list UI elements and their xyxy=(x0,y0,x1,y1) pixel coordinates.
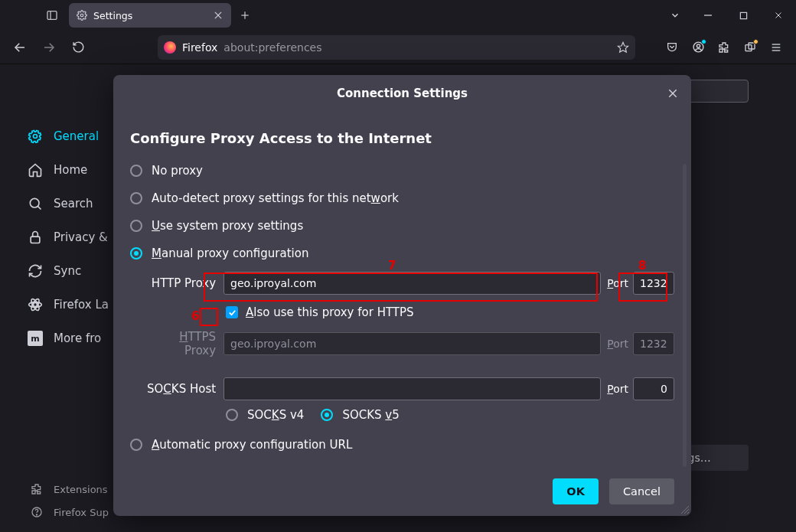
dialog-header: Connection Settings xyxy=(113,75,691,112)
svg-point-25 xyxy=(34,303,38,307)
socks-host-label: SOCKS Host xyxy=(145,382,223,396)
socks-host-input[interactable] xyxy=(223,377,601,400)
titlebar: Settings xyxy=(0,0,796,31)
addr-path: about:preferences xyxy=(223,41,321,54)
https-proxy-input xyxy=(223,332,601,355)
cancel-button[interactable]: Cancel xyxy=(609,478,674,504)
svg-rect-24 xyxy=(31,237,40,243)
https-proxy-row: HTTPS Proxy Port xyxy=(130,330,674,357)
radio-label: SOCKS v4 xyxy=(247,408,304,422)
http-proxy-label: HTTP Proxy xyxy=(145,276,223,290)
back-button[interactable] xyxy=(8,35,32,60)
radio-label: SOCKS v5 xyxy=(342,408,399,422)
radio-icon xyxy=(130,439,142,451)
firefox-icon xyxy=(164,41,176,54)
https-port-label: Port xyxy=(601,338,633,350)
sync-icon xyxy=(28,263,43,279)
dialog-title: Connection Settings xyxy=(337,86,468,100)
gear-icon xyxy=(28,129,43,144)
svg-point-22 xyxy=(30,198,39,207)
titlebar-left xyxy=(0,9,66,21)
radio-auto-config-url[interactable]: Automatic proxy configuration URL xyxy=(130,431,674,459)
http-port-label: Port xyxy=(601,277,633,289)
socks-port-input[interactable] xyxy=(633,377,674,400)
help-icon xyxy=(31,506,43,518)
ok-button[interactable]: OK xyxy=(553,478,599,504)
lock-icon xyxy=(28,230,43,245)
also-https-checkbox[interactable]: Also use this proxy for HTTPS xyxy=(130,299,674,325)
maximize-button[interactable] xyxy=(726,0,761,31)
http-port-input[interactable] xyxy=(633,272,674,295)
radio-no-proxy[interactable]: No proxy xyxy=(130,157,674,184)
socks-version-group: SOCKS v4 SOCKS v5 xyxy=(130,405,674,425)
recent-icon[interactable] xyxy=(46,9,58,21)
forward-button[interactable] xyxy=(37,35,61,60)
connection-settings-dialog: Connection Settings Configure Proxy Acce… xyxy=(113,75,691,516)
radio-socks-v4[interactable]: SOCKS v4 xyxy=(226,405,304,425)
labs-icon xyxy=(28,297,43,312)
radio-label: Auto-detect proxy settings for this netw… xyxy=(152,191,399,205)
sidebar-item-label: Extensions xyxy=(54,484,108,495)
sidebar-item-label: Firefox La xyxy=(54,298,109,312)
sidebar-link-extensions[interactable]: Extensions xyxy=(31,483,109,495)
new-tab-button[interactable] xyxy=(234,5,256,26)
radio-label: Manual proxy configuration xyxy=(152,246,308,260)
sidebar-link-support[interactable]: Firefox Sup xyxy=(31,506,109,518)
section-heading: Configure Proxy Access to the Internet xyxy=(130,130,674,146)
svg-point-30 xyxy=(36,514,37,515)
radio-label: Use system proxy settings xyxy=(152,219,303,233)
https-port-input xyxy=(633,332,674,355)
sidebar-bottom: Extensions Firefox Sup xyxy=(31,483,109,518)
sidebar-item-label: Search xyxy=(54,197,93,211)
window-controls xyxy=(690,0,796,31)
extensions-icon[interactable] xyxy=(712,35,736,60)
account-icon[interactable] xyxy=(686,35,710,60)
resize-grip-icon[interactable] xyxy=(679,504,690,514)
checkbox-label: Also use this proxy for HTTPS xyxy=(246,305,414,319)
pocket-icon[interactable] xyxy=(660,35,684,60)
scrollbar[interactable] xyxy=(683,164,687,467)
svg-point-2 xyxy=(80,14,83,17)
dialog-close-button[interactable] xyxy=(662,83,683,104)
notification-dot xyxy=(753,39,758,44)
moz-icon: m xyxy=(28,331,43,346)
sidebar-item-label: Sync xyxy=(54,264,81,278)
radio-icon xyxy=(226,409,238,421)
address-bar[interactable]: Firefox about:preferences xyxy=(158,35,635,60)
radio-icon xyxy=(321,409,333,421)
radio-auto-detect[interactable]: Auto-detect proxy settings for this netw… xyxy=(130,184,674,212)
sidebar-item-label: Privacy & xyxy=(54,230,108,244)
svg-rect-8 xyxy=(740,12,746,18)
sidebar-item-label: General xyxy=(54,129,99,143)
menu-button[interactable] xyxy=(764,35,788,60)
radio-system-proxy[interactable]: Use system proxy settings xyxy=(130,212,674,240)
close-icon[interactable] xyxy=(213,10,223,21)
dialog-body: Configure Proxy Access to the Internet N… xyxy=(113,112,691,467)
svg-marker-13 xyxy=(618,42,628,52)
radio-socks-v5[interactable]: SOCKS v5 xyxy=(321,405,399,425)
bookmark-star-icon[interactable] xyxy=(617,41,629,54)
dialog-footer: OK Cancel xyxy=(113,467,691,516)
minimize-button[interactable] xyxy=(690,0,726,31)
checkbox-icon xyxy=(226,306,238,318)
http-proxy-row: HTTP Proxy Port xyxy=(130,272,674,295)
close-window-button[interactable] xyxy=(761,0,796,31)
tabs-dropdown-button[interactable] xyxy=(660,10,690,21)
socks-host-row: SOCKS Host Port xyxy=(130,377,674,400)
sidebar-item-label: Home xyxy=(54,163,87,177)
addr-domain: Firefox xyxy=(182,41,217,54)
http-proxy-input[interactable] xyxy=(223,272,601,295)
radio-manual-proxy[interactable]: Manual proxy configuration xyxy=(130,240,674,267)
sidebar-item-label: Firefox Sup xyxy=(54,507,109,518)
notification-dot xyxy=(701,39,706,44)
toolbar: Firefox about:preferences xyxy=(0,31,796,64)
radio-icon xyxy=(130,220,142,232)
overflow-icon[interactable] xyxy=(738,35,762,60)
reload-button[interactable] xyxy=(66,35,90,60)
svg-point-21 xyxy=(34,135,38,139)
https-proxy-label: HTTPS Proxy xyxy=(145,330,223,357)
radio-icon xyxy=(130,165,142,177)
gear-icon xyxy=(77,10,87,21)
tab-settings[interactable]: Settings xyxy=(69,3,231,28)
tab-title: Settings xyxy=(93,10,207,21)
